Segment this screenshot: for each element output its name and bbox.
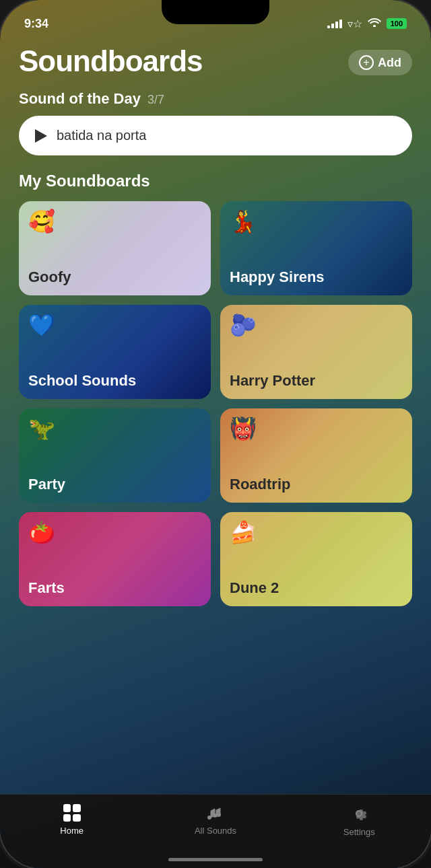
board-name-farts: Farts	[28, 579, 201, 597]
tab-home[interactable]: Home	[0, 804, 143, 836]
board-name-harry-potter: Harry Potter	[230, 372, 403, 390]
play-icon	[35, 129, 47, 143]
page-header: Soundboards + Add	[0, 38, 431, 78]
svg-point-0	[373, 25, 376, 27]
home-indicator	[168, 858, 263, 861]
board-card-happy-sirens[interactable]: 💃 Happy Sirens	[220, 201, 412, 295]
board-emoji-school-sounds: 💙	[28, 314, 201, 336]
all-sounds-icon	[205, 804, 226, 822]
my-soundboards-title: My Soundboards	[19, 172, 412, 190]
my-soundboards-section: My Soundboards 🥰 Goofy 💃 Happy Sirens 💙 …	[0, 155, 431, 606]
svg-point-3	[217, 813, 221, 817]
settings-gear-icon	[350, 804, 368, 823]
sotd-header: Sound of the Day 3/7	[19, 90, 412, 108]
status-time: 9:34	[24, 17, 48, 31]
sotd-title: Sound of the Day	[19, 90, 141, 108]
add-circle-icon: +	[359, 55, 374, 70]
sotd-sound-name: batida na porta	[57, 128, 146, 143]
board-card-roadtrip[interactable]: 👹 Roadtrip	[220, 408, 412, 503]
board-emoji-harry-potter: 🫐	[230, 314, 403, 336]
add-button[interactable]: + Add	[348, 50, 412, 75]
board-name-party: Party	[28, 476, 201, 493]
board-emoji-party: 🦖	[28, 418, 201, 439]
home-grid-icon	[63, 804, 81, 822]
sotd-player[interactable]: batida na porta	[19, 116, 412, 155]
tab-home-label: Home	[60, 826, 84, 836]
tab-settings[interactable]: Settings	[288, 804, 431, 837]
board-card-harry-potter[interactable]: 🫐 Harry Potter	[220, 305, 412, 399]
board-emoji-goofy: 🥰	[28, 211, 201, 232]
board-name-roadtrip: Roadtrip	[230, 476, 403, 493]
tab-all-sounds-label: All Sounds	[195, 826, 236, 836]
page-title: Soundboards	[19, 44, 203, 78]
board-card-school-sounds[interactable]: 💙 School Sounds	[19, 305, 211, 399]
sotd-count: 3/7	[147, 93, 164, 107]
signal-icon	[327, 19, 342, 28]
board-card-party[interactable]: 🦖 Party	[19, 408, 211, 503]
board-name-dune2: Dune 2	[230, 579, 403, 597]
phone-screen: 9:34 ▿☆ 100	[0, 0, 431, 868]
phone-frame: 9:34 ▿☆ 100	[0, 0, 431, 868]
scroll-content: Soundboards + Add Sound of the Day 3/7 b…	[0, 38, 431, 868]
board-name-school-sounds: School Sounds	[28, 372, 201, 390]
board-card-goofy[interactable]: 🥰 Goofy	[19, 201, 211, 295]
sound-of-the-day-section: Sound of the Day 3/7 batida na porta	[0, 78, 431, 155]
board-name-happy-sirens: Happy Sirens	[230, 268, 403, 286]
battery-indicator: 100	[387, 18, 407, 29]
board-name-goofy: Goofy	[28, 268, 201, 286]
add-label: Add	[378, 56, 401, 70]
board-card-dune2[interactable]: 🍰 Dune 2	[220, 512, 412, 606]
board-card-farts[interactable]: 🍅 Farts	[19, 512, 211, 606]
board-emoji-happy-sirens: 💃	[230, 211, 403, 232]
wifi-signal-icon	[368, 17, 381, 30]
wifi-icon: ▿☆	[347, 17, 362, 30]
board-emoji-dune2: 🍰	[230, 521, 403, 543]
tab-settings-label: Settings	[343, 827, 375, 837]
board-emoji-farts: 🍅	[28, 521, 201, 543]
board-emoji-roadtrip: 👹	[230, 418, 403, 439]
svg-point-2	[213, 813, 217, 818]
svg-point-1	[207, 816, 211, 820]
notch	[162, 0, 269, 24]
boards-grid: 🥰 Goofy 💃 Happy Sirens 💙 School Sounds 🫐…	[19, 201, 412, 606]
tab-bar: Home All Sounds Settings	[0, 794, 431, 868]
tab-all-sounds[interactable]: All Sounds	[143, 804, 287, 836]
status-icons: ▿☆ 100	[327, 17, 407, 30]
